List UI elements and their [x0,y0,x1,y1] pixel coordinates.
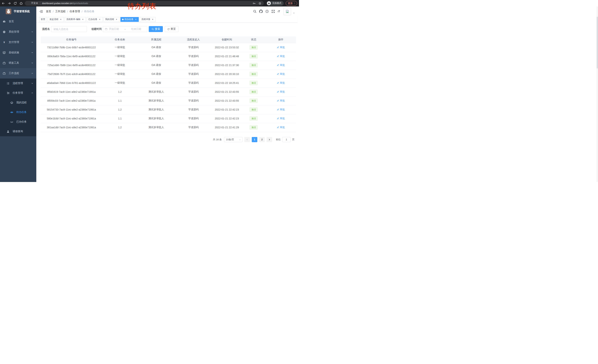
avatar[interactable] [284,8,291,15]
sidebar-item-task-mgmt[interactable]: 任务管理 [0,88,36,98]
sidebar-item-infrastructure[interactable]: 基础设施 [0,47,36,58]
sidebar-item-leave-query[interactable]: 请假查询 [0,127,36,136]
app-logo-bar[interactable]: 芋道管理系统 [0,7,36,16]
close-icon[interactable]: × [98,18,101,21]
approve-link[interactable]: 审批 [277,90,285,94]
cell-starter: 芋道源码 [175,70,212,79]
cell-task-id: 725a1eb6-7b88-11ec-8ef0-acde48001122 [41,61,102,70]
cell-status: 激活 [241,79,266,87]
avatar-caret-icon[interactable] [293,12,295,14]
navbar-actions: ?tT [253,8,298,15]
tag-form-edit[interactable]: 流程表单-编辑× [65,17,86,22]
key-icon[interactable] [253,2,256,5]
sidebar-item-my-process[interactable]: 我的流程 [0,98,36,107]
approve-link[interactable]: 审批 [277,73,285,76]
sidebar-item-payment[interactable]: ¥支付管理 [0,37,36,47]
page-button-1[interactable]: 1 [252,137,257,142]
approve-link[interactable]: 审批 [277,99,285,102]
edit-icon [277,82,279,84]
cell-starter: 芋道源码 [175,43,212,52]
approve-link[interactable]: 审批 [277,55,285,58]
fullscreen-icon[interactable] [271,10,275,13]
cell-starter: 芋道源码 [175,52,212,61]
status-badge: 激活 [249,72,258,76]
tag-label: 已办任务 [88,18,97,21]
breadcrumb-separator: / [82,10,83,13]
chevron-down-icon [239,139,241,141]
tag-todo-task[interactable]: 待办任务× [120,17,139,22]
next-page-button[interactable] [266,137,272,142]
close-icon[interactable]: × [151,18,154,21]
tag-my-process[interactable]: 我的流程× [104,17,119,22]
sidebar-item-todo-task[interactable]: 待办任务 [0,107,36,117]
sidebar-item-label: 工作流程 [9,72,19,75]
font-size-icon[interactable]: tT [277,10,281,13]
active-tag-dot [122,19,124,20]
approve-link[interactable]: 审批 [277,81,285,85]
sidebar-item-process-mgmt[interactable]: 流程管理 [0,79,36,88]
cell-starter: 芋道源码 [175,114,212,123]
hamburger-icon[interactable] [39,10,43,13]
star-icon[interactable] [258,2,261,5]
cell-starter: 芋道源码 [175,79,212,87]
breadcrumb-home[interactable]: 首页 [46,10,51,13]
question-icon[interactable]: ? [265,10,269,13]
approve-link[interactable]: 审批 [277,64,285,67]
browser-menu-icon[interactable] [293,2,296,4]
search-button[interactable]: 搜索 [149,26,163,32]
cell-task-id: 8f059c03-7ac8-11ec-a9e2-a2380e71991a [41,96,102,105]
github-icon[interactable] [259,10,263,13]
close-icon[interactable]: × [115,18,118,21]
cell-status: 激活 [241,87,266,96]
cell-status: 激活 [241,96,266,105]
tag-done-task[interactable]: 已办任务× [87,17,103,22]
breadcrumb-workflow[interactable]: 工作流程 [55,10,66,13]
update-button[interactable]: 更新 [286,1,297,6]
url-divider [40,2,40,5]
goto-page-input[interactable] [282,137,291,142]
date-range-picker[interactable]: 开始日期 - 结束日期 [103,26,147,32]
tag-start-process[interactable]: 发起流程× [48,17,64,22]
cell-process: OA 请假 [138,70,175,79]
approve-link[interactable]: 审批 [277,126,285,129]
security-warning-icon[interactable] [27,2,30,5]
page-button-2[interactable]: 2 [259,137,265,142]
yen-icon: ¥ [3,41,6,44]
cell-action: 审批 [266,79,296,87]
reload-icon[interactable] [14,2,17,5]
reset-button[interactable]: 重置 [165,26,178,32]
back-icon[interactable] [2,2,5,5]
sidebar-item-label: 已办任务 [16,120,27,123]
page-size-select[interactable]: 10条/页 [224,137,242,142]
forward-icon[interactable] [8,2,11,5]
tag-label: 流程表单-编辑 [66,18,80,21]
sidebar-item-devtools[interactable]: 研发工具 [0,58,36,68]
cell-starter: 芋道源码 [175,87,212,96]
sidebar-item-home[interactable]: 首页 [0,16,36,27]
tag-home[interactable]: 首页 [39,17,47,22]
sidebar-item-done-task[interactable]: 已办任务 [0,117,36,127]
tag-label: 我的流程 [105,18,114,21]
close-icon[interactable]: × [82,18,84,21]
approve-link[interactable]: 审批 [277,46,285,49]
approve-link[interactable]: 审批 [277,117,285,120]
column-header: 操作 [266,36,296,43]
home-icon[interactable] [19,2,23,5]
close-icon[interactable]: × [59,18,62,21]
sidebar-item-workflow[interactable]: 工作流程 [0,68,36,79]
status-badge: 激活 [249,98,258,103]
edit-icon [277,126,279,129]
sidebar-item-system[interactable]: 系统管理 [0,27,36,37]
prev-page-button[interactable] [244,137,250,142]
svg-text:¥: ¥ [4,41,5,44]
tag-process-detail[interactable]: 流程详情× [140,17,156,22]
cell-status: 激活 [241,43,266,52]
table-row: 381aa1dd-7ac8-11ec-a9e2-a2380e71991a 1.2… [41,123,296,132]
process-name-input[interactable] [51,26,87,32]
approve-link[interactable]: 审批 [277,108,285,111]
search-icon[interactable] [253,10,257,13]
close-icon[interactable]: × [134,18,137,21]
search-button-label: 搜索 [155,27,160,31]
breadcrumb-task-mgmt[interactable]: 任务管理 [70,10,80,13]
refresh-icon [167,28,170,30]
